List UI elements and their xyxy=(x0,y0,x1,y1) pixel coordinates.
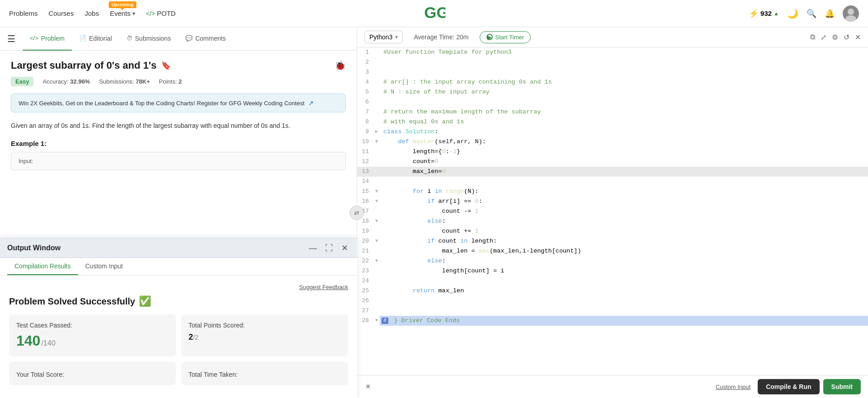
line-content: # } Driver Code Ends xyxy=(380,316,868,326)
contest-banner[interactable]: Win 2X Geekbits, Get on the Leaderboard … xyxy=(11,94,346,112)
events-dropdown-icon: ▾ xyxy=(132,10,135,17)
expand-editor-button[interactable]: ⤢ xyxy=(821,33,826,42)
accuracy-label: Accuracy: 32.96% xyxy=(42,78,90,85)
line-number: 1 xyxy=(357,47,375,57)
line-number: 7 xyxy=(357,107,375,117)
line-number: 11 xyxy=(357,147,375,157)
code-line: 24 xyxy=(357,276,868,286)
output-controls: — ⛶ ✕ xyxy=(307,242,350,254)
settings-button[interactable]: ⚙ xyxy=(832,33,838,42)
nav-left: Problems Courses Jobs Upcoming Events ▾ … xyxy=(9,9,176,17)
tab-problem[interactable]: </> Problem xyxy=(23,27,72,51)
tab-submissions[interactable]: ⏱ Submissions xyxy=(119,27,178,51)
nav-jobs[interactable]: Jobs xyxy=(85,9,99,17)
output-tab-compilation[interactable]: Compilation Results xyxy=(7,258,78,275)
suggest-feedback-row: Suggest Feedback xyxy=(9,283,348,291)
language-dropdown-icon: ▾ xyxy=(395,34,398,40)
language-selector[interactable]: Python3 ▾ xyxy=(364,31,403,43)
start-timer-button[interactable]: ▶ Start Timer xyxy=(480,31,531,43)
nav-events[interactable]: Events xyxy=(110,9,131,17)
code-line: 11 length={0:-1} xyxy=(357,147,868,157)
avg-time-label: Average Time: 20m xyxy=(414,33,468,41)
start-timer-label: Start Timer xyxy=(495,34,524,41)
line-content xyxy=(382,306,868,316)
panel-drag-handle[interactable]: ⇄ xyxy=(349,206,364,220)
tab-problem-label: Problem xyxy=(41,35,65,42)
score-value: 932 xyxy=(760,9,772,17)
code-area[interactable]: 1 #User function Template for python3 2 … xyxy=(357,47,868,375)
success-header: Problem Solved Successfully ✅ xyxy=(9,295,348,307)
submit-button[interactable]: Submit xyxy=(823,379,861,394)
line-number: 6 xyxy=(357,97,375,107)
nav-problems[interactable]: Problems xyxy=(9,9,38,17)
timer-circle-icon: ▶ xyxy=(486,34,493,40)
code-line: 9 ▶ class Solution: xyxy=(357,127,868,137)
minimize-button[interactable]: — xyxy=(307,242,319,254)
code-line-28: 28 ▼ # } Driver Code Ends xyxy=(357,316,868,326)
tab-submissions-icon: ⏱ xyxy=(127,35,132,42)
example-input-label: Input: xyxy=(19,158,33,164)
code-line: 7 # return the maximum length of the sub… xyxy=(357,107,868,117)
line-number: 10 xyxy=(357,137,375,147)
custom-input-link[interactable]: Custom Input xyxy=(716,384,750,390)
code-toolbar: Python3 ▾ Average Time: 20m ▶ Start Time… xyxy=(357,27,868,47)
nav-potd[interactable]: </> POTD xyxy=(146,9,176,17)
maximize-button[interactable]: ⛶ xyxy=(323,242,335,254)
problem-meta: Easy Accuracy: 32.96% Submissions: 78K+ … xyxy=(11,77,346,86)
example-box: Input: xyxy=(11,152,346,170)
problem-description: Given an array of 0s and 1s. Find the le… xyxy=(11,121,346,131)
code-line: 15 ▼ for i in range(N): xyxy=(357,187,868,197)
problem-tabs: ☰ </> Problem 📄 Editorial ⏱ Submissions … xyxy=(0,27,357,51)
user-avatar[interactable] xyxy=(843,5,859,22)
reset-code-button[interactable]: ↺ xyxy=(844,33,849,42)
close-button[interactable]: ✕ xyxy=(340,242,350,254)
suggest-feedback-link[interactable]: Suggest Feedback xyxy=(299,284,348,290)
close-editor-button[interactable]: ✕ xyxy=(855,33,861,42)
nav-courses[interactable]: Courses xyxy=(48,9,74,17)
code-line: 1 #User function Template for python3 xyxy=(357,47,868,57)
line-number: 26 xyxy=(357,296,375,306)
results-grid: Test Cases Passed: 140/140 Total Points … xyxy=(9,314,348,385)
output-body: Suggest Feedback Problem Solved Successf… xyxy=(0,276,357,398)
language-name: Python3 xyxy=(369,33,392,41)
success-check-icon: ✅ xyxy=(139,295,151,307)
tab-problem-icon: </> xyxy=(30,35,38,42)
code-line: 4 # arr[] : the input array containing 0… xyxy=(357,77,868,87)
submissions-value: 78K+ xyxy=(136,78,150,85)
hamburger-menu[interactable]: ☰ xyxy=(7,33,15,44)
total-score-label: Your Total Score: xyxy=(16,371,169,378)
code-line: 12 count=0 xyxy=(357,157,868,167)
line-content: # arr[] : the input array containing 0s … xyxy=(382,77,868,87)
time-taken-label: Total Time Taken: xyxy=(189,371,341,378)
line-number: 12 xyxy=(357,157,375,167)
problem-title-row: Largest subarray of 0's and 1's 🔖 🐞 xyxy=(11,60,346,71)
svg-text:GG: GG xyxy=(424,4,445,21)
brightness-button[interactable]: ☀ xyxy=(364,382,372,392)
code-line: 3 xyxy=(357,67,868,77)
notifications-button[interactable]: 🔔 xyxy=(825,9,835,19)
code-line: 5 # N : size of the input array xyxy=(357,87,868,97)
output-tab-custom-input[interactable]: Custom Input xyxy=(78,258,130,275)
nav-potd-label[interactable]: POTD xyxy=(157,9,176,17)
compile-run-button[interactable]: Compile & Run xyxy=(758,379,819,394)
line-content: # with equal 0s and 1s xyxy=(382,117,868,127)
line-number: 3 xyxy=(357,67,375,77)
tab-editorial[interactable]: 📄 Editorial xyxy=(72,27,119,51)
line-content: else: xyxy=(382,256,868,266)
code-line: 8 # with equal 0s and 1s xyxy=(357,117,868,127)
copy-code-button[interactable]: ⧉ xyxy=(810,33,815,42)
output-window-title: Output Window xyxy=(7,244,307,252)
line-number: 28 xyxy=(357,316,375,326)
points-value: 2 xyxy=(179,78,182,85)
bookmark-icon[interactable]: 🔖 xyxy=(161,61,171,70)
line-number: 9 xyxy=(357,127,375,137)
tab-comments[interactable]: 💬 Comments xyxy=(178,27,233,51)
search-button[interactable]: 🔍 xyxy=(807,9,816,19)
drag-handle-icon: ⇄ xyxy=(354,209,359,216)
line-number: 25 xyxy=(357,286,375,296)
dark-mode-toggle[interactable]: 🌙 xyxy=(787,8,798,19)
site-logo[interactable]: GG xyxy=(423,4,445,23)
svg-point-2 xyxy=(848,9,854,15)
tab-editorial-icon: 📄 xyxy=(79,35,86,42)
bug-icon[interactable]: 🐞 xyxy=(335,60,346,71)
